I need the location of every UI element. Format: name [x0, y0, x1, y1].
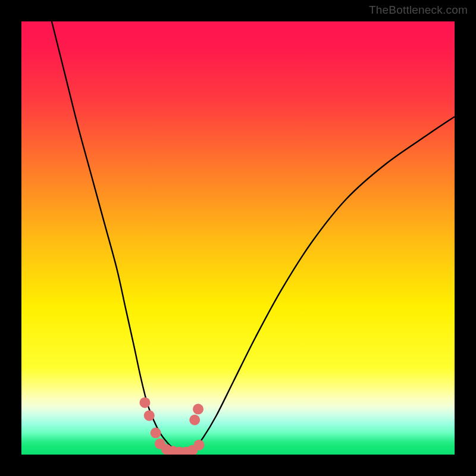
- chart-frame: TheBottleneck.com: [0, 0, 476, 476]
- watermark-text: TheBottleneck.com: [369, 4, 468, 17]
- data-marker: [144, 410, 155, 421]
- curve-right: [186, 117, 455, 452]
- data-marker: [193, 404, 203, 415]
- data-marker: [151, 428, 161, 439]
- data-marker: [139, 397, 150, 408]
- data-marker: [189, 415, 200, 425]
- curve-left: [52, 21, 186, 452]
- marker-group: [139, 397, 204, 455]
- data-marker: [193, 440, 204, 450]
- chart-svg: [21, 21, 455, 455]
- plot-area: [21, 21, 455, 455]
